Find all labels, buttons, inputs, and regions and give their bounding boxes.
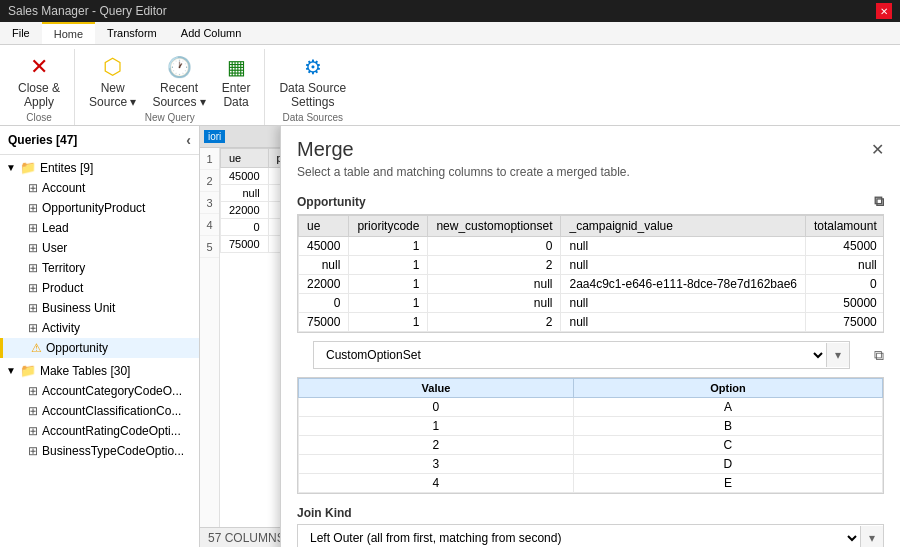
sidebar-section-maketables-header[interactable]: ▼ 📁 Make Tables [30] — [0, 360, 199, 381]
dialog-title-bar: Merge ✕ — [281, 126, 900, 161]
sidebar-section-entities: ▼ 📁 Entites [9] ⊞ Account ⊞ OpportunityP… — [0, 157, 199, 358]
sidebar-item-product[interactable]: ⊞ Product — [0, 278, 199, 298]
row-num-4: 4 — [200, 214, 219, 236]
mr1-priority: 1 — [349, 237, 428, 256]
sidebar-collapse-button[interactable]: ‹ — [186, 132, 191, 148]
sidebar-title: Queries [47] — [8, 133, 77, 147]
sidebar-item-lead[interactable]: ⊞ Lead — [0, 218, 199, 238]
row-num-2: 2 — [200, 170, 219, 192]
window-close-button[interactable]: ✕ — [876, 3, 892, 19]
recent-sources-icon: 🕐 — [165, 53, 193, 81]
mr5-total: 75000 — [806, 313, 884, 332]
ribbon: File Home Transform Add Column ✕ Close &… — [0, 22, 900, 126]
opt-opt-c: C — [573, 436, 882, 455]
sidebar-section-entities-header[interactable]: ▼ 📁 Entites [9] — [0, 157, 199, 178]
options-col-option[interactable]: Option — [573, 379, 882, 398]
activity-label: Activity — [42, 321, 80, 335]
merge-table-row: 0 1 null null 50000 38e0dbe4-131b — [299, 294, 885, 313]
recent-line1: Recent — [160, 81, 198, 95]
acrating-label: AccountRatingCodeOpti... — [42, 424, 181, 438]
entities-expand-arrow: ▼ — [6, 162, 16, 173]
copy-icon: ⧉ — [874, 193, 884, 210]
enter-data-line2: Data — [223, 95, 248, 109]
options-row: 2 C — [299, 436, 883, 455]
ribbon-group-close-buttons: ✕ Close & Apply — [12, 49, 66, 112]
merge-dialog-title: Merge — [297, 138, 354, 161]
enter-data-line1: Enter — [222, 81, 251, 95]
opt-val-3: 3 — [299, 455, 574, 474]
mr3-ue: 22000 — [299, 275, 349, 294]
sidebar-item-territory[interactable]: ⊞ Territory — [0, 258, 199, 278]
merge-dialog: Merge ✕ Select a table and matching colu… — [280, 126, 900, 547]
close-apply-button[interactable]: ✕ Close & Apply — [12, 51, 66, 111]
sidebar-item-business-unit[interactable]: ⊞ Business Unit — [0, 298, 199, 318]
merge-section-label: Opportunity — [297, 195, 366, 209]
tab-home[interactable]: Home — [42, 22, 95, 44]
new-source-line1: New — [101, 81, 125, 95]
join-kind-dropdown-wrap: Left Outer (all from first, matching fro… — [297, 524, 884, 547]
join-kind-label: Join Kind — [281, 498, 900, 524]
mr5-priority: 1 — [349, 313, 428, 332]
mr5-campaign: null — [561, 313, 806, 332]
biztype-table-icon: ⊞ — [28, 444, 38, 458]
mr2-ue: null — [299, 256, 349, 275]
new-source-button[interactable]: ⬡ New Source ▾ — [83, 51, 142, 111]
iori-badge: iori — [204, 130, 225, 143]
territory-table-icon: ⊞ — [28, 261, 38, 275]
sidebar-item-activity[interactable]: ⊞ Activity — [0, 318, 199, 338]
datasource-line2: Settings — [291, 95, 334, 109]
sidebar-item-user[interactable]: ⊞ User — [0, 238, 199, 258]
sidebar-item-account-cat[interactable]: ⊞ AccountCategoryCodeO... — [0, 381, 199, 401]
recent-sources-button[interactable]: 🕐 Recent Sources ▾ — [146, 51, 211, 111]
enter-data-button[interactable]: ▦ Enter Data — [216, 51, 257, 111]
tab-file[interactable]: File — [0, 22, 42, 44]
custom-option-select[interactable]: CustomOptionSet new_customoptionset — [314, 342, 826, 368]
entities-folder-icon: 📁 — [20, 160, 36, 175]
merge-col-total[interactable]: totalamount — [806, 216, 884, 237]
opt-val-1: 1 — [299, 417, 574, 436]
sidebar-item-business-type[interactable]: ⊞ BusinessTypeCodeOptio... — [0, 441, 199, 461]
accat-label: AccountCategoryCodeO... — [42, 384, 182, 398]
ribbon-group-newquery-label: New Query — [145, 112, 195, 125]
sidebar-item-opportunity[interactable]: ⚠ Opportunity — [0, 338, 199, 358]
user-table-icon: ⊞ — [28, 241, 38, 255]
mr2-campaign: null — [561, 256, 806, 275]
col-header-ue[interactable]: ue — [221, 149, 269, 168]
maketables-label: Make Tables [30] — [40, 364, 131, 378]
join-kind-select[interactable]: Left Outer (all from first, matching fro… — [298, 525, 860, 547]
biztype-label: BusinessTypeCodeOptio... — [42, 444, 184, 458]
sidebar-item-opportunity-product[interactable]: ⊞ OpportunityProduct — [0, 198, 199, 218]
close-label: Close & — [18, 81, 60, 95]
account-table-icon: ⊞ — [28, 181, 38, 195]
options-row: 0 A — [299, 398, 883, 417]
sidebar-item-account-class[interactable]: ⊞ AccountClassificationCo... — [0, 401, 199, 421]
ribbon-group-new-query: ⬡ New Source ▾ 🕐 Recent Sources ▾ ▦ Ente… — [75, 49, 265, 125]
mr3-campaign: 2aa4c9c1-e646-e111-8dce-78e7d162bae6 — [561, 275, 806, 294]
merge-col-option[interactable]: new_customoptionset — [428, 216, 561, 237]
new-source-line2: Source ▾ — [89, 95, 136, 109]
options-col-value[interactable]: Value — [299, 379, 574, 398]
data-source-settings-button[interactable]: ⚙ Data Source Settings — [273, 51, 352, 111]
tab-transform[interactable]: Transform — [95, 22, 169, 44]
sidebar: Queries [47] ‹ ▼ 📁 Entites [9] ⊞ Account… — [0, 126, 200, 547]
title-bar: Sales Manager - Query Editor ✕ — [0, 0, 900, 22]
close-apply-icon: ✕ — [25, 53, 53, 81]
merge-col-campaign[interactable]: _campaignid_value — [561, 216, 806, 237]
sidebar-item-account-rating[interactable]: ⊞ AccountRatingCodeOpti... — [0, 421, 199, 441]
ribbon-content: ✕ Close & Apply Close ⬡ New Source ▾ 🕐 R… — [0, 45, 900, 125]
mr2-option: 2 — [428, 256, 561, 275]
custom-option-dropdown-wrap: CustomOptionSet new_customoptionset ▾ — [313, 341, 850, 369]
ribbon-group-newquery-buttons: ⬡ New Source ▾ 🕐 Recent Sources ▾ ▦ Ente… — [83, 49, 256, 112]
sidebar-section-make-tables: ▼ 📁 Make Tables [30] ⊞ AccountCategoryCo… — [0, 360, 199, 461]
sidebar-item-account[interactable]: ⊞ Account — [0, 178, 199, 198]
acrating-table-icon: ⊞ — [28, 424, 38, 438]
entities-label: Entites [9] — [40, 161, 93, 175]
tab-add-column[interactable]: Add Column — [169, 22, 254, 44]
merge-col-priority[interactable]: prioritycode — [349, 216, 428, 237]
opt-opt-d: D — [573, 455, 882, 474]
mr1-total: 45000 — [806, 237, 884, 256]
merge-col-ue[interactable]: ue — [299, 216, 349, 237]
opt-opt-a: A — [573, 398, 882, 417]
dialog-close-button[interactable]: ✕ — [871, 140, 884, 159]
mr3-priority: 1 — [349, 275, 428, 294]
